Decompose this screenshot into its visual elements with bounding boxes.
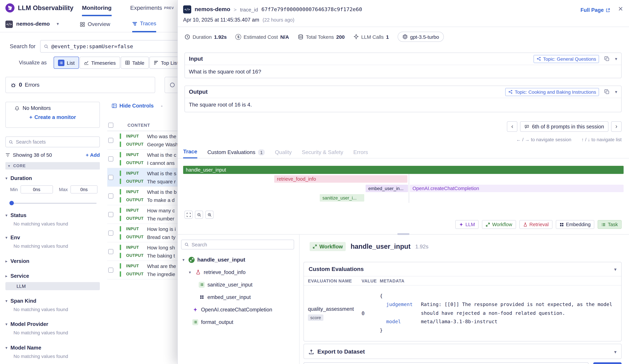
evaluations-count-badge: 1 (258, 149, 265, 155)
chevron-down-icon (5, 299, 7, 303)
previous-prompt-button[interactable]: ‹ (507, 121, 517, 132)
chevron-down-icon[interactable] (57, 21, 59, 26)
input-span-bar (120, 226, 121, 232)
tree-node-embed-user-input[interactable]: embed_user_input (178, 291, 299, 303)
visualize-list-button[interactable]: List (54, 57, 79, 69)
legend-task[interactable]: Task (598, 220, 622, 229)
export-card-header[interactable]: Export to Dataset (304, 344, 621, 359)
next-prompt-button[interactable]: › (611, 121, 622, 132)
list-nav-hint: ↑ / ↓ to navigate list (581, 137, 622, 142)
row-checkbox[interactable] (108, 212, 113, 217)
facet-version[interactable]: Version (5, 258, 100, 264)
hide-controls-button[interactable]: Hide Controls (112, 103, 154, 109)
facet-search-input[interactable] (16, 139, 96, 145)
tab-experiments[interactable]: ExperimentsPREV (130, 0, 174, 16)
full-page-link[interactable]: Full Page (580, 7, 610, 13)
chevron-down-icon[interactable]: ▾ (181, 257, 186, 262)
span-search-input[interactable] (191, 242, 291, 247)
fit-view-icon (186, 213, 191, 217)
service-value-llm[interactable]: LLM (5, 282, 100, 290)
tab-quality[interactable]: Quality (275, 149, 292, 158)
duration-slider[interactable] (6, 201, 99, 205)
legend-llm[interactable]: LLM (455, 220, 478, 229)
filter-icon (5, 152, 10, 157)
legend-retrieval[interactable]: Retrieval (519, 220, 552, 229)
facet-env[interactable]: Env (5, 235, 100, 241)
flame-span-retrieve-food-info[interactable]: retrieve_food_info (274, 175, 407, 183)
tree-node-openai-createchatcompletion[interactable]: OpenAI.createChatCompletion (178, 303, 299, 316)
tab-security-safety[interactable]: Security & Safety (302, 149, 343, 158)
session-nav-hint: ← / → to navigate session (516, 137, 571, 142)
input-tag: INPUT (126, 134, 147, 138)
facet-model-provider[interactable]: Model Provider (5, 321, 100, 327)
tree-node-sanitize-user-input[interactable]: sanitize_user_input (178, 278, 299, 291)
drawer-tabs: Trace Custom Evaluations 1 Quality Secur… (178, 147, 629, 158)
evaluations-card-header[interactable]: Custom Evaluations (304, 262, 621, 276)
export-submit-button[interactable] (593, 362, 622, 364)
duration-min-input[interactable] (20, 185, 53, 193)
output-tag: OUTPUT (126, 272, 147, 276)
row-checkbox[interactable] (108, 267, 113, 272)
tab-monitoring[interactable]: Monitoring (82, 0, 112, 16)
row-checkbox[interactable] (108, 230, 113, 236)
session-position-pill[interactable]: 6th of 8 prompts in this session (520, 121, 609, 132)
visualize-timeseries-button[interactable]: Timeseries (80, 57, 120, 69)
chevron-down-icon[interactable]: ▾ (187, 270, 192, 274)
facet-model-name[interactable]: Model Name (5, 345, 100, 351)
zoom-fit-button[interactable] (184, 211, 193, 219)
drawer-service-name[interactable]: nemos-demo (195, 6, 230, 13)
facet-duration[interactable]: Duration (5, 175, 100, 181)
slider-handle[interactable] (9, 201, 14, 205)
tab-trace[interactable]: Trace (183, 149, 197, 158)
row-checkbox[interactable] (108, 193, 113, 198)
tree-node-retrieve-food-info[interactable]: ▾ retrieve_food_info (178, 266, 299, 278)
facet-group-core[interactable]: CORE (5, 162, 100, 170)
select-all-checkbox[interactable] (108, 123, 113, 128)
tab-custom-evaluations[interactable]: Custom Evaluations 1 (207, 149, 265, 158)
flame-span-handle-user-input[interactable]: handle_user_input (183, 166, 624, 174)
nav-traces[interactable]: Traces (132, 16, 156, 32)
chevron-down-icon[interactable] (614, 266, 617, 272)
input-topic-badge[interactable]: Topic: General Questions (534, 55, 599, 63)
nav-overview[interactable]: Overview (80, 16, 110, 32)
row-checkbox[interactable] (108, 175, 113, 180)
add-facet-button[interactable]: Add (86, 152, 100, 158)
input-tag: INPUT (126, 152, 147, 157)
facet-service[interactable]: Service (5, 273, 100, 279)
zoom-in-button[interactable] (205, 211, 213, 219)
chevron-down-icon[interactable] (614, 349, 617, 354)
tree-node-format-output[interactable]: format_output (178, 316, 299, 328)
chevron-down-icon (5, 346, 7, 350)
errors-summary-box[interactable]: 0 Errors (5, 77, 155, 93)
project-selector[interactable]: nemos-demo (16, 21, 50, 27)
search-icon (44, 44, 49, 49)
trace-id-value[interactable]: 67f7e79f000000007646378c9f172e60 (261, 6, 362, 12)
tokens-icon (298, 34, 304, 40)
flame-span-openai-createchatcompletion[interactable]: OpenAI.createChatCompletion (410, 185, 624, 192)
row-checkbox[interactable] (108, 249, 113, 254)
zoom-out-button[interactable] (195, 211, 203, 219)
chevron-down-icon[interactable] (615, 89, 617, 94)
facet-status[interactable]: Status (5, 212, 100, 218)
copy-icon[interactable] (605, 89, 610, 94)
legend-workflow[interactable]: Workflow (482, 220, 516, 229)
flame-span-sanitize-user-input[interactable]: sanitize_user_i... (320, 194, 364, 202)
visualize-table-button[interactable]: Table (121, 57, 149, 69)
metric-llm-calls: LLM Calls 1 (353, 34, 389, 40)
row-checkbox[interactable] (108, 138, 113, 143)
model-pill[interactable]: gpt-3.5-turbo (398, 32, 444, 42)
chevron-down-icon[interactable] (615, 56, 617, 61)
create-monitor-button[interactable]: Create a monitor (6, 114, 100, 120)
close-icon[interactable] (618, 5, 623, 13)
facet-span-kind[interactable]: Span Kind (5, 298, 100, 304)
row-checkbox[interactable] (108, 156, 113, 161)
legend-embedding[interactable]: Embedding (556, 220, 595, 229)
dataset-name-input[interactable] (304, 362, 589, 364)
copy-icon[interactable] (605, 56, 610, 61)
flame-span-embed-user-input[interactable]: embed_user_in... (366, 185, 408, 192)
duration-max-input[interactable] (70, 185, 97, 193)
output-topic-badge[interactable]: Topic: Cooking and Baking Instructions (505, 88, 599, 96)
tree-node-handle-user-input[interactable]: ▾ handle_user_input (178, 253, 299, 266)
evaluation-score-tag: score (308, 314, 323, 321)
tab-errors[interactable]: Errors (353, 149, 368, 158)
